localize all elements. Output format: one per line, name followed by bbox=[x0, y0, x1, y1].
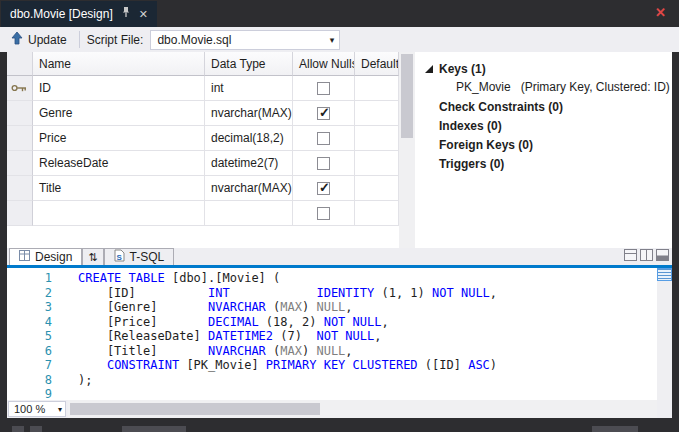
clipped-status-icon bbox=[122, 426, 186, 432]
tsql-file-icon: S bbox=[114, 249, 125, 265]
allow-nulls-checkbox[interactable] bbox=[317, 182, 330, 195]
tree-child-item[interactable]: PK_Movie (Primary Key, Clustered: ID) bbox=[415, 78, 672, 97]
code-line[interactable]: 9 bbox=[7, 387, 647, 400]
row-selector[interactable] bbox=[7, 76, 33, 101]
column-name-cell[interactable]: Price bbox=[33, 126, 205, 151]
document-tab[interactable]: dbo.Movie [Design] ✕ bbox=[1, 1, 157, 27]
tab-tsql[interactable]: S T-SQL bbox=[104, 248, 175, 265]
row-selector[interactable] bbox=[7, 126, 33, 151]
column-name-cell[interactable] bbox=[33, 201, 205, 226]
maximize-pane-icon[interactable] bbox=[656, 249, 669, 264]
tab-design[interactable]: Design bbox=[9, 248, 82, 265]
allow-nulls-checkbox[interactable] bbox=[317, 82, 330, 95]
script-file-combobox[interactable]: dbo.Movie.sql ▾ bbox=[150, 30, 340, 50]
scrollbar-thumb[interactable] bbox=[70, 403, 320, 415]
tree-item[interactable]: Indexes (0) bbox=[415, 116, 672, 135]
grid-corner-cell[interactable] bbox=[7, 52, 33, 76]
design-grid-icon bbox=[19, 250, 30, 264]
pane-layout-buttons bbox=[624, 248, 672, 265]
expander-spacer bbox=[424, 159, 434, 169]
column-header-name[interactable]: Name bbox=[33, 52, 205, 76]
column-name-cell[interactable]: ID bbox=[33, 76, 205, 101]
grid-scrollbar[interactable] bbox=[399, 52, 415, 248]
data-type-cell[interactable]: decimal(18,2) bbox=[205, 126, 293, 151]
tree-item[interactable]: Foreign Keys (0) bbox=[415, 135, 672, 154]
swap-panes-button[interactable]: ⇅ bbox=[82, 248, 103, 265]
tsql-editor[interactable]: 1CREATE TABLE [dbo].[Movie] (2 [ID] INT … bbox=[7, 268, 672, 400]
default-cell[interactable] bbox=[355, 76, 399, 101]
data-type-cell[interactable] bbox=[205, 201, 293, 226]
update-label: Update bbox=[28, 33, 67, 47]
code-text bbox=[52, 387, 78, 400]
allow-nulls-cell bbox=[293, 201, 355, 226]
code-line[interactable]: 3 [Genre] NVARCHAR (MAX) NULL, bbox=[7, 300, 647, 315]
allow-nulls-checkbox[interactable] bbox=[317, 207, 330, 220]
data-type-cell[interactable]: int bbox=[205, 76, 293, 101]
tree-item[interactable]: Triggers (0) bbox=[415, 154, 672, 173]
editor-scrollbar[interactable] bbox=[657, 268, 672, 400]
script-file-label: Script File: bbox=[87, 33, 144, 47]
row-selector[interactable] bbox=[7, 151, 33, 176]
line-number: 6 bbox=[7, 344, 52, 359]
data-type-cell[interactable]: nvarchar(MAX) bbox=[205, 101, 293, 126]
split-pane-vertical-icon[interactable] bbox=[640, 249, 653, 264]
code-text: [ID] INT IDENTITY (1, 1) NOT NULL, bbox=[52, 286, 497, 301]
allow-nulls-cell bbox=[293, 126, 355, 151]
column-header-allow-nulls[interactable]: Allow Nulls bbox=[293, 52, 355, 76]
line-number: 9 bbox=[7, 387, 52, 400]
code-line[interactable]: 4 [Price] DECIMAL (18, 2) NOT NULL, bbox=[7, 315, 647, 330]
clipped-status-strip bbox=[0, 418, 679, 432]
default-cell[interactable] bbox=[355, 126, 399, 151]
tree-item[interactable]: Keys (1) bbox=[415, 59, 672, 78]
editor-horizontal-scrollbar[interactable] bbox=[68, 400, 657, 418]
context-panel: Keys (1)PK_Movie (Primary Key, Clustered… bbox=[415, 52, 672, 248]
column-header-default[interactable]: Default bbox=[355, 52, 399, 76]
table-designer-grid: Name Data Type Allow Nulls Default IDint… bbox=[7, 52, 399, 248]
data-type-cell[interactable]: datetime2(7) bbox=[205, 151, 293, 176]
table-row[interactable]: ReleaseDatedatetime2(7) bbox=[7, 151, 399, 176]
allow-nulls-checkbox[interactable] bbox=[317, 107, 330, 120]
table-row[interactable]: Pricedecimal(18,2) bbox=[7, 126, 399, 151]
column-header-data-type[interactable]: Data Type bbox=[205, 52, 293, 76]
column-name-cell[interactable]: ReleaseDate bbox=[33, 151, 205, 176]
code-text: CREATE TABLE [dbo].[Movie] ( bbox=[52, 271, 280, 286]
table-row[interactable]: Titlenvarchar(MAX) bbox=[7, 176, 399, 201]
pin-icon[interactable] bbox=[121, 6, 131, 22]
code-text: [Title] NVARCHAR (MAX) NULL, bbox=[52, 344, 353, 359]
scrollbar-splitter-grip[interactable] bbox=[657, 268, 672, 281]
close-icon[interactable]: ✕ bbox=[655, 6, 666, 19]
default-cell[interactable] bbox=[355, 201, 399, 226]
column-name-cell[interactable]: Genre bbox=[33, 101, 205, 126]
code-line[interactable]: 5 [ReleaseDate] DATETIME2 (7) NOT NULL, bbox=[7, 329, 647, 344]
allow-nulls-checkbox[interactable] bbox=[317, 132, 330, 145]
tree-item[interactable]: Check Constraints (0) bbox=[415, 97, 672, 116]
data-type-cell[interactable]: nvarchar(MAX) bbox=[205, 176, 293, 201]
default-cell[interactable] bbox=[355, 151, 399, 176]
code-line[interactable]: 2 [ID] INT IDENTITY (1, 1) NOT NULL, bbox=[7, 286, 647, 301]
update-button[interactable]: Update bbox=[6, 29, 72, 50]
row-selector[interactable] bbox=[7, 176, 33, 201]
code-line[interactable]: 1CREATE TABLE [dbo].[Movie] ( bbox=[7, 271, 647, 286]
table-row[interactable] bbox=[7, 201, 399, 226]
scrollbar-thumb[interactable] bbox=[401, 54, 413, 138]
table-row[interactable]: Genrenvarchar(MAX) bbox=[7, 101, 399, 126]
default-cell[interactable] bbox=[355, 101, 399, 126]
zoom-combobox[interactable]: 100 % ▾ bbox=[8, 401, 66, 417]
code-line[interactable]: 8); bbox=[7, 373, 647, 388]
column-name-cell[interactable]: Title bbox=[33, 176, 205, 201]
row-selector[interactable] bbox=[7, 201, 33, 226]
allow-nulls-checkbox[interactable] bbox=[317, 157, 330, 170]
split-pane-horizontal-icon[interactable] bbox=[624, 249, 637, 264]
code-line[interactable]: 7 CONSTRAINT [PK_Movie] PRIMARY KEY CLUS… bbox=[7, 358, 647, 373]
expander-spacer bbox=[424, 121, 434, 131]
clipped-status-icon bbox=[12, 426, 24, 432]
code-line[interactable]: 6 [Title] NVARCHAR (MAX) NULL, bbox=[7, 344, 647, 359]
default-cell[interactable] bbox=[355, 176, 399, 201]
clipped-status-icon bbox=[30, 426, 42, 432]
expanded-icon[interactable] bbox=[424, 64, 434, 74]
update-icon bbox=[11, 31, 23, 48]
table-row[interactable]: IDint bbox=[7, 76, 399, 101]
zoom-value: 100 % bbox=[14, 403, 45, 415]
tab-close-icon[interactable]: ✕ bbox=[139, 9, 148, 20]
row-selector[interactable] bbox=[7, 101, 33, 126]
